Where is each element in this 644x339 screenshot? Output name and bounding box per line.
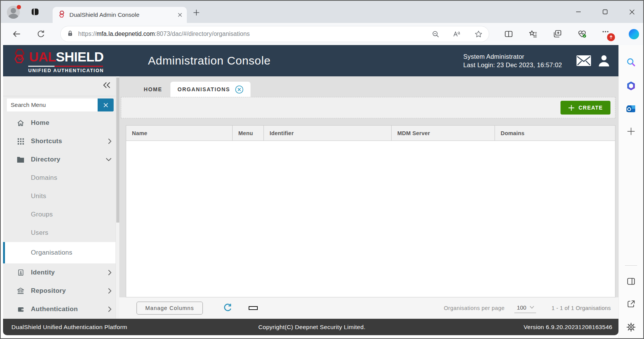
scrollbar-thumb[interactable] xyxy=(116,77,119,223)
browser-window: DualShield Admin Console xyxy=(0,0,644,339)
window-controls xyxy=(575,9,635,15)
notification-dot xyxy=(17,5,21,9)
table-footer-bar: Manage Columns Organisations per page 10… xyxy=(119,297,618,319)
workspaces-icon[interactable] xyxy=(31,8,39,18)
sidebar-item-label: Home xyxy=(31,119,49,127)
url-domain: mfa.la.deepnetid.com xyxy=(96,31,155,37)
sidebar: Home Shortcuts xyxy=(3,76,116,319)
sidebar-item-units[interactable]: Units xyxy=(3,187,116,205)
sidebar-item-label: Domains xyxy=(31,174,57,182)
collections-icon[interactable] xyxy=(553,29,562,39)
collapse-grid-icon[interactable] xyxy=(233,306,258,310)
action-toolbar: CREATE xyxy=(121,97,615,118)
maximize-button[interactable] xyxy=(602,9,608,15)
read-aloud-icon[interactable] xyxy=(453,30,461,38)
manage-columns-button[interactable]: Manage Columns xyxy=(137,302,203,315)
tab-label: ORGANISATIONS xyxy=(177,86,230,92)
chevron-right-icon xyxy=(108,306,112,312)
sidebar-item-groups[interactable]: Groups xyxy=(3,205,116,224)
reload-icon[interactable] xyxy=(37,30,45,39)
column-header-name[interactable]: Name xyxy=(126,126,232,140)
sidebar-item-users[interactable]: Users xyxy=(3,224,116,242)
footer-copyright-text: Copyright(C) Deepnet Security Limited. xyxy=(223,324,400,331)
sidebar-divider xyxy=(625,265,637,266)
copilot-icon[interactable] xyxy=(629,29,639,39)
column-header-mdm-server[interactable]: MDM Server xyxy=(391,126,495,140)
settings-gear-icon[interactable] xyxy=(626,322,636,332)
split-screen-icon[interactable] xyxy=(504,29,513,39)
sidebar-item-label: Organisations xyxy=(31,249,72,257)
sidebar-item-organisations[interactable]: Organisations xyxy=(3,242,116,263)
main-content: HOME ORGANISATIONS xyxy=(119,76,618,319)
sidebar-item-home[interactable]: Home xyxy=(3,114,116,132)
user-profile-icon[interactable] xyxy=(597,54,611,68)
per-page-select[interactable]: 100 xyxy=(514,303,536,313)
outlook-icon[interactable] xyxy=(626,104,636,114)
column-label: Name xyxy=(132,130,147,136)
sidebar-item-directory[interactable]: Directory xyxy=(3,150,116,169)
search-menu-input[interactable] xyxy=(7,98,98,111)
settings-more-icon[interactable] xyxy=(602,28,613,40)
sidebar-item-identity[interactable]: Identity xyxy=(3,263,116,282)
sidebar-panel-icon[interactable] xyxy=(626,277,636,286)
zoom-out-icon[interactable] xyxy=(432,30,440,38)
organisations-table: Name Menu Identifier MDM Server Domains xyxy=(126,125,615,297)
sidebar-item-domains[interactable]: Domains xyxy=(3,169,116,187)
browser-essentials-icon[interactable] xyxy=(577,29,587,39)
refresh-icon[interactable] xyxy=(223,303,233,313)
app-middle: Home Shortcuts xyxy=(3,76,618,319)
sidebar-item-shortcuts[interactable]: Shortcuts xyxy=(3,132,116,150)
browser-tab-close-icon[interactable] xyxy=(178,13,182,17)
app-header: UALSHIELD UNIFIED AUTHENTICATION Adminis… xyxy=(3,45,618,76)
tab-home[interactable]: HOME xyxy=(135,82,170,97)
close-button[interactable] xyxy=(629,9,635,15)
home-icon xyxy=(16,119,25,127)
url-path: :8073/dac/#/directory/organisations xyxy=(155,31,250,37)
tab-label: HOME xyxy=(144,86,162,92)
url-text[interactable]: https://mfa.la.deepnetid.com:8073/dac/#/… xyxy=(78,31,419,37)
column-header-domains[interactable]: Domains xyxy=(495,126,615,140)
minimize-button[interactable] xyxy=(575,9,581,15)
sidebar-scrollbar[interactable] xyxy=(116,76,119,319)
favorite-star-icon[interactable] xyxy=(474,30,483,38)
add-sidebar-item-icon[interactable] xyxy=(626,127,636,136)
microsoft-365-icon[interactable] xyxy=(626,81,636,91)
mail-icon[interactable] xyxy=(577,55,591,66)
new-tab-button[interactable] xyxy=(193,9,200,18)
favorites-icon[interactable] xyxy=(528,29,538,39)
browser-tab[interactable]: DualShield Admin Console xyxy=(53,7,187,23)
logo-rule xyxy=(28,66,103,67)
page-viewport: UALSHIELD UNIFIED AUTHENTICATION Adminis… xyxy=(1,45,618,338)
column-header-identifier[interactable]: Identifier xyxy=(263,126,391,140)
sidebar-search-icon[interactable] xyxy=(626,57,636,67)
bank-icon xyxy=(16,287,25,295)
open-external-icon[interactable] xyxy=(626,299,636,308)
profile-avatar[interactable] xyxy=(7,6,21,19)
collapse-sidebar-icon[interactable] xyxy=(103,82,111,90)
sidebar-item-label: Authentication xyxy=(31,305,78,313)
dualshield-logo: UALSHIELD UNIFIED AUTHENTICATION xyxy=(11,48,104,73)
search-clear-button[interactable] xyxy=(98,98,114,111)
sidebar-menu: Home Shortcuts xyxy=(3,113,116,319)
last-login: Last Login: 23 Dec 2023, 16:57:02 xyxy=(463,61,562,69)
back-icon[interactable] xyxy=(12,29,21,39)
column-label: Domains xyxy=(501,130,525,136)
sidebar-item-repository[interactable]: Repository xyxy=(3,282,116,300)
lock-icon[interactable] xyxy=(67,30,74,39)
chevron-right-icon xyxy=(108,138,112,144)
sidebar-item-authentication[interactable]: Authentication xyxy=(3,300,116,318)
sidebar-search xyxy=(7,98,114,111)
footer-platform-text: DualShield Unified Authentication Platfo… xyxy=(11,324,223,331)
create-button-label: CREATE xyxy=(578,105,603,111)
tab-close-icon[interactable] xyxy=(235,85,244,94)
browser-tab-strip: DualShield Admin Console xyxy=(1,1,643,23)
tab-organisations[interactable]: ORGANISATIONS xyxy=(170,82,251,97)
per-page-value: 100 xyxy=(517,304,526,311)
chevron-right-icon xyxy=(108,270,112,276)
table-header: Name Menu Identifier MDM Server Domains xyxy=(126,126,615,141)
id-card-icon xyxy=(16,269,25,276)
column-header-menu[interactable]: Menu xyxy=(232,126,263,140)
address-bar[interactable]: https://mfa.la.deepnetid.com:8073/dac/#/… xyxy=(61,26,489,42)
create-button[interactable]: CREATE xyxy=(560,101,610,115)
column-label: Identifier xyxy=(270,130,294,136)
